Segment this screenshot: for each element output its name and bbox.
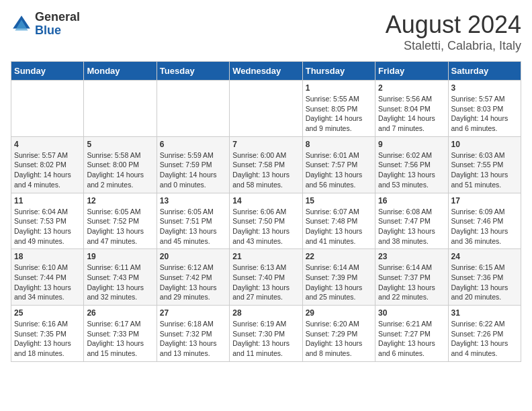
day-info: Sunrise: 5:57 AM Sunset: 8:02 PM Dayligh… [14, 150, 81, 190]
day-number: 31 [451, 308, 518, 318]
calendar-day-1: 1Sunrise: 5:55 AM Sunset: 8:05 PM Daylig… [302, 81, 375, 137]
header-day-tuesday: Tuesday [157, 62, 229, 81]
day-number: 17 [451, 196, 518, 205]
calendar-day-15: 15Sunrise: 6:07 AM Sunset: 7:48 PM Dayli… [302, 193, 375, 249]
day-number: 12 [87, 196, 153, 205]
calendar-day-10: 10Sunrise: 6:03 AM Sunset: 7:55 PM Dayli… [448, 136, 521, 193]
day-number: 16 [378, 196, 445, 205]
logo-icon [11, 13, 32, 35]
day-info: Sunrise: 6:13 AM Sunset: 7:40 PM Dayligh… [232, 263, 299, 302]
day-number: 1 [306, 83, 372, 93]
day-info: Sunrise: 6:14 AM Sunset: 7:39 PM Dayligh… [306, 263, 372, 302]
day-number: 20 [160, 252, 226, 261]
calendar-day-22: 22Sunrise: 6:14 AM Sunset: 7:39 PM Dayli… [302, 249, 375, 306]
day-number: 22 [306, 252, 372, 261]
day-number: 5 [87, 140, 153, 149]
calendar-day-9: 9Sunrise: 6:02 AM Sunset: 7:56 PM Daylig… [375, 136, 448, 193]
calendar-day-19: 19Sunrise: 6:11 AM Sunset: 7:43 PM Dayli… [84, 249, 157, 306]
day-info: Sunrise: 6:03 AM Sunset: 7:55 PM Dayligh… [451, 150, 518, 190]
day-info: Sunrise: 6:20 AM Sunset: 7:29 PM Dayligh… [306, 319, 372, 359]
calendar-week-3: 11Sunrise: 6:04 AM Sunset: 7:53 PM Dayli… [11, 193, 521, 249]
day-info: Sunrise: 6:17 AM Sunset: 7:33 PM Dayligh… [87, 319, 153, 359]
calendar-day-20: 20Sunrise: 6:12 AM Sunset: 7:42 PM Dayli… [157, 249, 229, 306]
calendar-day-16: 16Sunrise: 6:08 AM Sunset: 7:47 PM Dayli… [375, 193, 448, 249]
calendar-week-2: 4Sunrise: 5:57 AM Sunset: 8:02 PM Daylig… [11, 136, 521, 193]
header-day-monday: Monday [84, 62, 157, 81]
day-number: 8 [306, 140, 372, 149]
day-number: 6 [160, 140, 226, 149]
day-info: Sunrise: 6:19 AM Sunset: 7:30 PM Dayligh… [232, 319, 299, 359]
logo: General Blue [11, 11, 80, 38]
day-number: 23 [378, 252, 445, 261]
header-day-saturday: Saturday [448, 62, 521, 81]
logo-general: General [35, 11, 80, 24]
day-info: Sunrise: 6:00 AM Sunset: 7:58 PM Dayligh… [232, 150, 299, 190]
day-number: 28 [232, 308, 299, 318]
day-info: Sunrise: 6:07 AM Sunset: 7:48 PM Dayligh… [306, 207, 372, 246]
day-info: Sunrise: 6:14 AM Sunset: 7:37 PM Dayligh… [378, 263, 445, 302]
day-number: 2 [378, 83, 445, 93]
day-info: Sunrise: 6:15 AM Sunset: 7:36 PM Dayligh… [451, 263, 518, 302]
calendar-day-2: 2Sunrise: 5:56 AM Sunset: 8:04 PM Daylig… [375, 81, 448, 137]
calendar-week-4: 18Sunrise: 6:10 AM Sunset: 7:44 PM Dayli… [11, 249, 521, 306]
calendar-day-23: 23Sunrise: 6:14 AM Sunset: 7:37 PM Dayli… [375, 249, 448, 306]
day-info: Sunrise: 6:10 AM Sunset: 7:44 PM Dayligh… [14, 263, 81, 302]
month-title: August 2024 [386, 11, 521, 39]
day-info: Sunrise: 6:11 AM Sunset: 7:43 PM Dayligh… [87, 263, 153, 302]
calendar-header-row: SundayMondayTuesdayWednesdayThursdayFrid… [11, 62, 521, 81]
calendar-week-1: 1Sunrise: 5:55 AM Sunset: 8:05 PM Daylig… [11, 81, 521, 137]
day-number: 15 [306, 196, 372, 205]
day-number: 4 [14, 140, 81, 149]
logo-text: General Blue [35, 11, 80, 38]
logo-blue: Blue [35, 24, 80, 38]
day-number: 26 [87, 308, 153, 318]
calendar-day-28: 28Sunrise: 6:19 AM Sunset: 7:30 PM Dayli… [230, 306, 302, 362]
day-info: Sunrise: 6:08 AM Sunset: 7:47 PM Dayligh… [378, 207, 445, 246]
day-info: Sunrise: 6:22 AM Sunset: 7:26 PM Dayligh… [451, 319, 518, 359]
empty-cell [230, 81, 302, 137]
day-number: 7 [232, 140, 299, 149]
calendar-day-3: 3Sunrise: 5:57 AM Sunset: 8:03 PM Daylig… [448, 81, 521, 137]
day-info: Sunrise: 6:18 AM Sunset: 7:32 PM Dayligh… [160, 319, 226, 359]
day-info: Sunrise: 6:09 AM Sunset: 7:46 PM Dayligh… [451, 207, 518, 246]
calendar-day-7: 7Sunrise: 6:00 AM Sunset: 7:58 PM Daylig… [230, 136, 302, 193]
calendar-day-13: 13Sunrise: 6:05 AM Sunset: 7:51 PM Dayli… [157, 193, 229, 249]
calendar-day-12: 12Sunrise: 6:05 AM Sunset: 7:52 PM Dayli… [84, 193, 157, 249]
calendar-day-18: 18Sunrise: 6:10 AM Sunset: 7:44 PM Dayli… [11, 249, 84, 306]
calendar-day-8: 8Sunrise: 6:01 AM Sunset: 7:57 PM Daylig… [302, 136, 375, 193]
calendar-day-21: 21Sunrise: 6:13 AM Sunset: 7:40 PM Dayli… [230, 249, 302, 306]
header-day-sunday: Sunday [11, 62, 84, 81]
empty-cell [11, 81, 84, 137]
location-title: Staletti, Calabria, Italy [386, 39, 521, 53]
day-number: 9 [378, 140, 445, 149]
header-day-thursday: Thursday [302, 62, 375, 81]
calendar-day-29: 29Sunrise: 6:20 AM Sunset: 7:29 PM Dayli… [302, 306, 375, 362]
empty-cell [84, 81, 157, 137]
day-info: Sunrise: 5:57 AM Sunset: 8:03 PM Dayligh… [451, 94, 518, 134]
day-info: Sunrise: 5:59 AM Sunset: 7:59 PM Dayligh… [160, 150, 226, 190]
day-info: Sunrise: 6:12 AM Sunset: 7:42 PM Dayligh… [160, 263, 226, 302]
empty-cell [157, 81, 229, 137]
day-number: 29 [306, 308, 372, 318]
day-info: Sunrise: 6:04 AM Sunset: 7:53 PM Dayligh… [14, 207, 81, 246]
day-info: Sunrise: 6:01 AM Sunset: 7:57 PM Dayligh… [306, 150, 372, 190]
calendar-day-31: 31Sunrise: 6:22 AM Sunset: 7:26 PM Dayli… [448, 306, 521, 362]
day-number: 30 [378, 308, 445, 318]
calendar-table: SundayMondayTuesdayWednesdayThursdayFrid… [11, 61, 521, 362]
day-number: 13 [160, 196, 226, 205]
day-number: 11 [14, 196, 81, 205]
day-number: 24 [451, 252, 518, 261]
calendar-day-25: 25Sunrise: 6:16 AM Sunset: 7:35 PM Dayli… [11, 306, 84, 362]
calendar-day-11: 11Sunrise: 6:04 AM Sunset: 7:53 PM Dayli… [11, 193, 84, 249]
calendar-day-5: 5Sunrise: 5:58 AM Sunset: 8:00 PM Daylig… [84, 136, 157, 193]
day-info: Sunrise: 6:05 AM Sunset: 7:52 PM Dayligh… [87, 207, 153, 246]
day-number: 25 [14, 308, 81, 318]
calendar-day-26: 26Sunrise: 6:17 AM Sunset: 7:33 PM Dayli… [84, 306, 157, 362]
header-day-friday: Friday [375, 62, 448, 81]
calendar-day-17: 17Sunrise: 6:09 AM Sunset: 7:46 PM Dayli… [448, 193, 521, 249]
day-info: Sunrise: 5:56 AM Sunset: 8:04 PM Dayligh… [378, 94, 445, 134]
calendar-day-14: 14Sunrise: 6:06 AM Sunset: 7:50 PM Dayli… [230, 193, 302, 249]
calendar-day-4: 4Sunrise: 5:57 AM Sunset: 8:02 PM Daylig… [11, 136, 84, 193]
day-info: Sunrise: 6:16 AM Sunset: 7:35 PM Dayligh… [14, 319, 81, 359]
title-block: August 2024 Staletti, Calabria, Italy [386, 11, 521, 53]
